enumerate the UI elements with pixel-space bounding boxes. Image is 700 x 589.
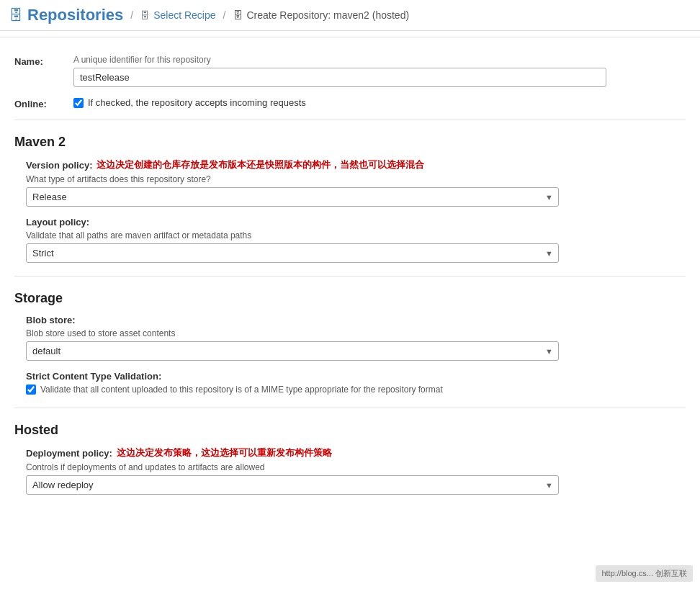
section-divider-hosted xyxy=(14,408,686,408)
breadcrumb-select-recipe-label: Select Recipe xyxy=(153,9,215,21)
name-label: Name: xyxy=(14,55,65,67)
strict-validation-checkbox-row: Validate that all content uploaded to th… xyxy=(26,385,686,395)
strict-validation-label: Strict Content Type Validation: xyxy=(26,371,686,382)
deployment-policy-annotation: 这边决定发布策略，这边选择可以重新发布构件策略 xyxy=(117,446,332,459)
online-field-container: If checked, the repository accepts incom… xyxy=(73,97,686,108)
online-row: Online: If checked, the repository accep… xyxy=(14,97,686,109)
version-policy-annotation: 这边决定创建的仓库存放是发布版本还是快照版本的构件，当然也可以选择混合 xyxy=(97,158,424,171)
layout-policy-select-wrapper: Strict Permissive ▼ xyxy=(26,243,559,263)
layout-policy-select[interactable]: Strict Permissive xyxy=(26,243,559,263)
hosted-section: Deployment policy: 这边决定发布策略，这边选择可以重新发布构件… xyxy=(14,446,686,495)
blob-store-select-wrapper: default ▼ xyxy=(26,341,559,361)
breadcrumb-sep-1: / xyxy=(130,9,133,21)
section-divider-maven xyxy=(14,120,686,120)
breadcrumb-current: 🗄 Create Repository: maven2 (hosted) xyxy=(233,9,409,21)
online-checkbox-row: If checked, the repository accepts incom… xyxy=(73,97,686,108)
select-recipe-icon: 🗄 xyxy=(140,10,150,21)
name-row: Name: A unique identifier for this repos… xyxy=(14,55,686,87)
maven2-section: Version policy: 这边决定创建的仓库存放是发布版本还是快照版本的构… xyxy=(14,158,686,263)
online-checkbox[interactable] xyxy=(73,98,84,108)
deployment-policy-label-row: Deployment policy: 这边决定发布策略，这边选择可以重新发布构件… xyxy=(26,446,686,459)
blob-store-label: Blob store: xyxy=(26,315,686,325)
strict-validation-hint: Validate that all content uploaded to th… xyxy=(40,385,443,395)
deployment-policy-label: Deployment policy: xyxy=(26,448,112,459)
page-header: 🗄 Repositories / 🗄 Select Recipe / 🗄 Cre… xyxy=(0,0,700,31)
repositories-icon: 🗄 xyxy=(9,7,23,24)
maven2-heading: Maven 2 xyxy=(14,135,686,151)
online-hint: If checked, the repository accepts incom… xyxy=(88,97,306,108)
current-page-label: Create Repository: maven2 (hosted) xyxy=(246,9,409,21)
page-title: Repositories xyxy=(27,6,123,24)
version-policy-select-wrapper: Release Snapshot Mixed ▼ xyxy=(26,187,559,207)
deployment-policy-hint: Controls if deployments of and updates t… xyxy=(26,462,686,472)
name-field-container: A unique identifier for this repository xyxy=(73,55,686,87)
online-label: Online: xyxy=(14,97,65,109)
breadcrumb-sep-2: / xyxy=(223,9,226,21)
layout-policy-hint: Validate that all paths are maven artifa… xyxy=(26,230,686,240)
hosted-heading: Hosted xyxy=(14,423,686,439)
name-hint: A unique identifier for this repository xyxy=(73,55,686,65)
main-content: Name: A unique identifier for this repos… xyxy=(0,43,700,506)
blob-store-select[interactable]: default xyxy=(26,341,559,361)
version-policy-label-row: Version policy: 这边决定创建的仓库存放是发布版本还是快照版本的构… xyxy=(26,158,686,171)
deployment-policy-select[interactable]: Allow redeploy Disable redeploy Read-onl… xyxy=(26,475,559,495)
name-input[interactable] xyxy=(73,68,606,87)
version-policy-select[interactable]: Release Snapshot Mixed xyxy=(26,187,559,207)
version-policy-hint: What type of artifacts does this reposit… xyxy=(26,174,686,184)
version-policy-label: Version policy: xyxy=(26,160,92,171)
layout-policy-label: Layout policy: xyxy=(26,217,686,228)
storage-heading: Storage xyxy=(14,291,686,307)
current-page-icon: 🗄 xyxy=(233,9,243,21)
section-divider-storage xyxy=(14,276,686,276)
breadcrumb-select-recipe[interactable]: 🗄 Select Recipe xyxy=(140,9,215,21)
header-divider xyxy=(0,37,700,37)
deployment-policy-select-wrapper: Allow redeploy Disable redeploy Read-onl… xyxy=(26,475,559,495)
storage-section: Blob store: Blob store used to store ass… xyxy=(14,315,686,395)
strict-validation-checkbox[interactable] xyxy=(26,385,36,395)
blob-store-hint: Blob store used to store asset contents xyxy=(26,328,686,338)
